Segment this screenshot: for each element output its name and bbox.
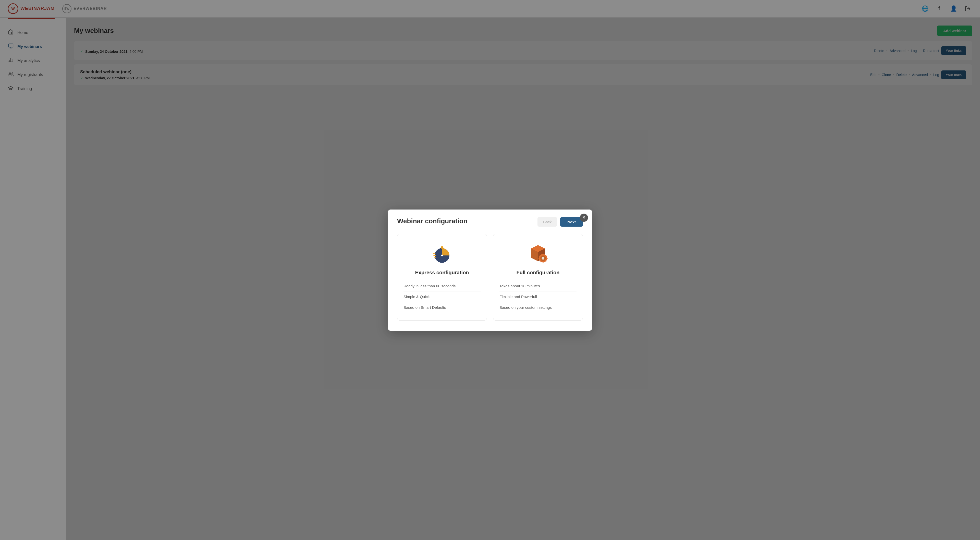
express-feature-3: Based on Smart Defaults (404, 302, 480, 312)
svg-point-21 (542, 257, 544, 260)
svg-rect-22 (542, 253, 544, 255)
modal-title: Webinar configuration (397, 217, 467, 225)
full-config-card[interactable]: Full configuration Takes about 10 minute… (493, 234, 583, 320)
full-feature-3: Based on your custom settings (500, 302, 576, 312)
config-cards: Express configuration Ready in less than… (397, 234, 583, 320)
express-config-icon (431, 242, 453, 264)
express-feature-2: Simple & Quick (404, 292, 480, 302)
express-feature-1: Ready in less than 60 seconds (404, 281, 480, 292)
express-config-card[interactable]: Express configuration Ready in less than… (397, 234, 487, 320)
svg-rect-24 (546, 258, 547, 259)
svg-rect-12 (441, 246, 442, 247)
modal-overlay: × Webinar configuration Back Next (0, 0, 980, 540)
next-button[interactable]: Next (560, 217, 583, 226)
back-button[interactable]: Back (538, 217, 557, 226)
full-feature-1: Takes about 10 minutes (500, 281, 576, 292)
express-icon-area (404, 242, 480, 264)
close-button[interactable]: × (580, 213, 588, 222)
svg-point-10 (441, 255, 443, 256)
webinar-config-modal: × Webinar configuration Back Next (388, 210, 592, 331)
full-config-icon (527, 242, 549, 264)
full-feature-2: Flexible and Powerfull (500, 292, 576, 302)
express-card-title: Express configuration (404, 270, 480, 276)
svg-rect-28 (538, 258, 540, 259)
modal-nav: Back Next (538, 217, 583, 226)
full-card-title: Full configuration (500, 270, 576, 276)
svg-rect-26 (542, 261, 544, 263)
modal-header: Webinar configuration Back Next (397, 217, 583, 226)
full-icon-area (500, 242, 576, 264)
